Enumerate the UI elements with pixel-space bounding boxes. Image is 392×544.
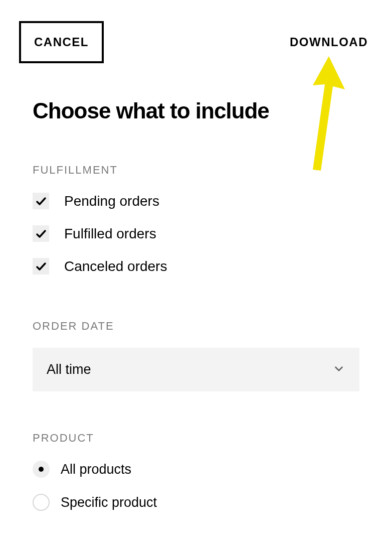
order-date-section-label: ORDER DATE (33, 320, 359, 333)
checkbox-fulfilled-orders[interactable]: Fulfilled orders (33, 225, 359, 242)
checkbox-icon (33, 225, 49, 242)
order-date-select-value: All time (47, 362, 91, 377)
fulfillment-section-label: FULFILLMENT (33, 164, 359, 177)
page-title: Choose what to include (33, 98, 359, 123)
checkbox-canceled-orders[interactable]: Canceled orders (33, 258, 359, 275)
radio-icon (33, 494, 50, 511)
chevron-down-icon (332, 362, 345, 377)
radio-label: Specific product (61, 495, 157, 510)
product-section-label: PRODUCT (33, 432, 359, 445)
radio-specific-product[interactable]: Specific product (33, 494, 359, 511)
download-button[interactable]: DOWNLOAD (290, 35, 368, 49)
checkbox-label: Canceled orders (64, 258, 167, 275)
checkbox-pending-orders[interactable]: Pending orders (33, 193, 359, 209)
radio-icon (33, 461, 50, 478)
order-date-select[interactable]: All time (33, 348, 359, 391)
checkbox-label: Fulfilled orders (64, 226, 156, 242)
cancel-button-label: CANCEL (34, 35, 89, 49)
checkbox-label: Pending orders (64, 193, 159, 209)
checkbox-icon (33, 258, 49, 275)
cancel-button[interactable]: CANCEL (19, 21, 104, 63)
radio-label: All products (61, 462, 131, 477)
download-button-label: DOWNLOAD (290, 35, 368, 49)
checkbox-icon (33, 193, 49, 209)
radio-all-products[interactable]: All products (33, 461, 359, 478)
